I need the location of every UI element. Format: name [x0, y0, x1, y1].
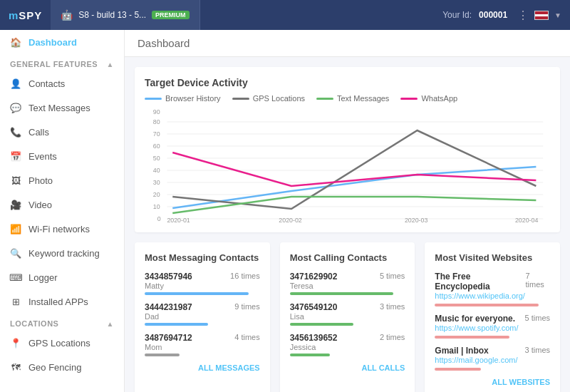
call-count-3: 2 times	[380, 333, 405, 341]
legend-browser-label: Browser History	[165, 94, 221, 103]
web-url-2[interactable]: https://www.spotify.com/	[435, 324, 518, 332]
message-icon: 💬	[10, 102, 21, 113]
svg-text:50: 50	[153, 155, 160, 162]
web-bar-2	[435, 336, 509, 339]
web-entry-2: Music for everyone. https://www.spotify.…	[435, 314, 550, 339]
svg-text:40: 40	[153, 167, 160, 174]
calendar-icon: 📅	[10, 150, 21, 162]
msg-bar-3	[145, 354, 180, 356]
geo-icon: 🗺	[10, 361, 21, 373]
all-calls-link[interactable]: ALL CALLS	[361, 363, 405, 372]
call-name-3: Jessica	[290, 343, 338, 351]
chart-legend: Browser History GPS Locations Text Messa…	[145, 94, 550, 103]
keyword-label: Keyword tracking	[28, 248, 100, 259]
sidebar-item-logger[interactable]: ⌨ Logger	[0, 265, 124, 289]
sidebar-item-keyword[interactable]: 🔍 Keyword tracking	[0, 241, 124, 265]
call-entry-3: 3456139652 Jessica 2 times	[290, 333, 405, 356]
sidebar-item-contacts[interactable]: 👤 Contacts	[0, 71, 124, 96]
user-id: 000001	[479, 10, 507, 20]
topbar: mSPY 🤖 S8 - build 13 - 5... PREMIUM Your…	[0, 0, 570, 30]
search-icon: 🔍	[10, 247, 21, 259]
sidebar-item-calls[interactable]: 📞 Calls	[0, 120, 124, 144]
all-messages-link-container: ALL MESSAGES	[145, 363, 260, 372]
browser-history-dot	[145, 98, 162, 100]
messaging-title: Most Messaging Contacts	[145, 252, 260, 263]
premium-badge: PREMIUM	[152, 11, 190, 19]
web-bar-1	[435, 304, 539, 306]
chart-area: 0 10 20 30 40 50 60 70 80 90	[145, 108, 550, 222]
legend-gps: GPS Locations	[232, 94, 305, 103]
content-area: Dashboard Target Device Activity Browser…	[125, 30, 570, 392]
web-url-1[interactable]: https://www.wikipedia.org/	[435, 292, 525, 300]
msg-name-1: Matty	[145, 282, 192, 290]
flag-icon[interactable]	[534, 11, 549, 20]
events-label: Events	[28, 151, 57, 162]
svg-text:10: 10	[153, 203, 160, 210]
video-label: Video	[28, 200, 52, 210]
logger-label: Logger	[28, 272, 57, 283]
content-header: Dashboard	[125, 30, 570, 57]
svg-text:60: 60	[153, 143, 160, 150]
logo-text: m	[9, 9, 19, 21]
page-title: Dashboard	[138, 37, 190, 49]
call-count-2: 3 times	[380, 302, 405, 311]
installed-apps-label: Installed APPs	[28, 296, 88, 307]
sidebar-item-dashboard[interactable]: 🏠 Dashboard	[0, 30, 124, 54]
sidebar-item-geo-fencing[interactable]: 🗺 Geo Fencing	[0, 355, 124, 379]
call-name-1: Teresa	[290, 282, 338, 290]
user-info: Your Id: 000001	[432, 10, 517, 20]
text-dot	[316, 98, 333, 100]
device-info: 🤖 S8 - build 13 - 5... PREMIUM	[51, 0, 200, 30]
legend-browser-history: Browser History	[145, 94, 221, 103]
text-messages-label: Text Messages	[28, 103, 90, 113]
dashboard-inner: Target Device Activity Browser History G…	[125, 57, 570, 392]
contacts-label: Contacts	[28, 78, 65, 89]
svg-text:2020-03: 2020-03	[405, 217, 428, 222]
svg-text:70: 70	[153, 130, 160, 138]
chevron-down-icon[interactable]: ▼	[554, 11, 561, 19]
svg-text:80: 80	[153, 118, 160, 125]
sidebar-item-video[interactable]: 🎥 Video	[0, 192, 124, 217]
chart-title: Target Device Activity	[145, 77, 550, 88]
call-number-1: 3471629902	[290, 272, 338, 282]
wifi-label: Wi-Fi networks	[28, 224, 90, 234]
msg-bar-1	[145, 292, 249, 295]
call-entry-1: 3471629902 Teresa 5 times	[290, 272, 405, 295]
all-messages-link[interactable]: ALL MESSAGES	[198, 363, 260, 372]
gps-dot	[232, 98, 249, 100]
sidebar-item-wifi[interactable]: 📶 Wi-Fi networks	[0, 217, 124, 241]
web-entry-1: The Free Encyclopedia https://www.wikipe…	[435, 272, 550, 306]
web-title-2: Music for everyone.	[435, 314, 518, 324]
svg-text:30: 30	[153, 179, 160, 186]
legend-text-label: Text Messages	[337, 94, 389, 103]
chevron-up-icon[interactable]: ▲	[107, 61, 114, 68]
logo-brand: SPY	[19, 9, 42, 21]
svg-text:20: 20	[153, 191, 160, 198]
sidebar-item-photo[interactable]: 🖼 Photo	[0, 168, 124, 192]
more-options-icon[interactable]: ⋮	[517, 9, 529, 22]
sidebar-item-gps[interactable]: 📍 GPS Locations	[0, 331, 124, 355]
web-count-3: 3 times	[525, 346, 550, 366]
web-url-3[interactable]: https://mail.google.com/	[435, 356, 517, 364]
sidebar: 🏠 Dashboard GENERAL FEATURES ▲ 👤 Contact…	[0, 30, 125, 392]
sidebar-item-events[interactable]: 📅 Events	[0, 144, 124, 168]
all-websites-link[interactable]: ALL WEBSITES	[492, 378, 550, 386]
video-icon: 🎥	[10, 199, 21, 210]
msg-count-3: 4 times	[234, 333, 259, 341]
chevron-up-icon-2[interactable]: ▲	[107, 320, 114, 328]
activity-chart-panel: Target Device Activity Browser History G…	[135, 67, 560, 232]
msg-name-3: Mom	[145, 343, 192, 351]
sidebar-item-installed-apps[interactable]: ⊞ Installed APPs	[0, 289, 124, 314]
grid-icon: ⌨	[10, 272, 21, 283]
msg-bar-2	[145, 323, 208, 326]
locations-section: LOCATIONS ▲	[0, 314, 124, 331]
call-count-1: 5 times	[380, 272, 405, 280]
general-features-label: GENERAL FEATURES	[10, 60, 98, 68]
websites-panel: Most Visited Websites The Free Encyclope…	[425, 242, 560, 392]
svg-text:90: 90	[153, 108, 160, 115]
web-title-1: The Free Encyclopedia	[435, 272, 525, 292]
android-icon: 🤖	[61, 9, 73, 21]
sidebar-item-text-messages[interactable]: 💬 Text Messages	[0, 96, 124, 120]
msg-entry-2: 3444231987 Dad 9 times	[145, 302, 260, 326]
svg-text:2020-02: 2020-02	[279, 217, 301, 222]
